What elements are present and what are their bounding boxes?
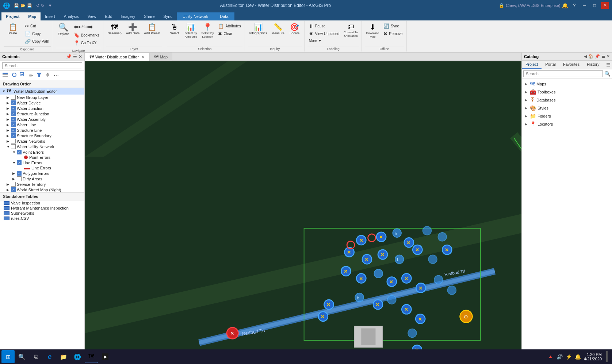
layer-new-group[interactable]: ▶ New Group Layer [0,95,84,100]
table-rules-csv[interactable]: rules.CSV [0,216,84,221]
catalog-folders[interactable]: ▶ 📁 Folders [522,112,612,120]
layer-water-device-check[interactable]: ✓ [11,100,16,105]
layer-water-networks-check[interactable] [11,139,16,143]
minimize-btn[interactable]: ─ [581,2,588,9]
catalog-tab-favorites[interactable]: Favorites [559,61,583,69]
catalog-auto-hide[interactable]: 📌 [595,54,600,59]
layer-line-errors-check[interactable]: ✓ [17,160,22,165]
layer-line-errors-group[interactable]: ▼ ✓ Line Errors [0,160,84,165]
layer-water-line[interactable]: ▶ ✓ Water Line [0,122,84,127]
measure-button[interactable]: 📏 Measure [270,23,286,36]
basemap-button[interactable]: 🗺 Basemap [106,23,123,36]
layer-world-street-map[interactable]: ▶ ✓ World Street Map (Night) [0,187,84,192]
tab-edit[interactable]: Edit [100,12,116,20]
catalog-styles[interactable]: ▶ 🎨 Styles [522,104,612,112]
layer-polygon-errors[interactable]: ▶ ✓ Polygon Errors [0,170,84,176]
layer-dirty-areas-check[interactable] [17,176,22,181]
layer-service-territory-check[interactable] [11,182,16,187]
select-by-loc-button[interactable]: 📍 Select ByLocation [200,23,215,39]
download-map-button[interactable]: ⬇ DownloadMap [365,23,381,39]
layer-water-networks[interactable]: ▶ Water Networks [0,138,84,144]
search-taskbar-btn[interactable]: 🔍 [15,350,28,363]
layer-water-assembly[interactable]: ▶ ✓ Water Assembly [0,116,84,122]
file-explorer-btn[interactable]: 📁 [57,350,70,363]
add-data-button[interactable]: ➕ Add Data [125,23,141,36]
contents-auto-hide[interactable]: 📌 [66,54,72,59]
convert-annotation-button[interactable]: 🏷 Convert ToAnnotation [342,23,359,38]
tab-insert[interactable]: Insert [41,12,60,20]
sync-button[interactable]: 🔄 Sync [382,23,404,30]
cut-button[interactable]: ✂ Cut [23,23,51,30]
catalog-close[interactable]: ✕ [607,54,610,59]
table-hydrant-maintenance[interactable]: Hydrant Maintenance Inspection [0,206,84,211]
catalog-databases[interactable]: ▶ 🗄 Databases [522,96,612,104]
contents-menu[interactable]: ☰ [73,54,77,59]
list-by-editing[interactable]: ✏ [28,72,34,79]
redo-btn[interactable]: ↻ [41,3,44,8]
undo-btn[interactable]: ↺ [36,3,39,8]
snapping-btn[interactable] [44,72,52,79]
catalog-locators[interactable]: ▶ 📍 Locators [522,120,612,128]
layer-service-territory[interactable]: ▶ Service Territory [0,181,84,187]
layer-structure-boundary-check[interactable]: ✓ [11,133,16,138]
list-by-source[interactable] [10,72,18,79]
tab-sync[interactable]: Sync [159,12,177,20]
paste-button[interactable]: 📋 Paste [4,23,22,36]
contents-search-input[interactable] [2,62,82,69]
layer-structure-line-check[interactable]: ✓ [11,128,16,133]
layer-water-utility-network[interactable]: ▼ Water Utility Network [0,144,84,149]
tab-utility-network[interactable]: Utility Network [177,12,214,20]
layer-water-device[interactable]: ▶ ✓ Water Device [0,100,84,106]
attributes-button[interactable]: 📋 Attributes [217,23,242,30]
tab-project[interactable]: Project [1,12,24,20]
layer-water-dist-editor[interactable]: ▼ 🗺 Water Distribution Editor [0,88,84,95]
catalog-options-btn[interactable]: ☰ [605,61,612,69]
copy-path-button[interactable]: 🔗 Copy Path [23,38,51,45]
tab-map[interactable]: Map [24,12,41,20]
title-bar-icon[interactable]: 💾 [14,3,19,8]
start-button[interactable]: ⊞ [1,350,15,363]
explore-button[interactable]: 🔍 Explore [56,23,71,37]
clear-button[interactable]: ✖ Clear [217,30,242,37]
remove-button[interactable]: ✖ Remove [382,30,404,37]
tab-view[interactable]: View [83,12,101,20]
close-water-dist-tab[interactable]: ✕ [142,55,145,59]
layer-world-street-check[interactable]: ✓ [11,187,16,192]
layer-water-utility-check[interactable] [11,144,16,149]
arcgis-btn[interactable]: 🗺 [85,350,98,363]
user-label[interactable]: Chew, (AW ArcGIS Enterprise) [506,3,560,8]
tray-notifications[interactable]: 🔔 [575,354,581,360]
add-preset-button[interactable]: 📋 Add Preset [142,23,162,36]
layer-water-assembly-check[interactable]: ✓ [11,117,16,122]
layer-water-junction[interactable]: ▶ ✓ Water Junction [0,106,84,111]
table-valve-inspection[interactable]: Valve Inspection [0,200,84,206]
layer-new-group-check[interactable] [11,95,16,100]
catalog-search-btn[interactable]: 🔍 [604,71,611,77]
tab-share[interactable]: Share [139,12,159,20]
catalog-tab-history[interactable]: History [583,61,603,69]
chrome-btn[interactable]: 🌐 [71,350,84,363]
maximize-btn[interactable]: □ [591,2,598,9]
locate-button[interactable]: 🎯 Locate [287,23,302,36]
go-to-xy-button[interactable]: 📍 Go To XY [72,39,101,46]
catalog-tab-project[interactable]: Project [522,61,542,69]
nav-arrows[interactable]: ⬅↩↪➡ [72,23,101,31]
title-bar-icon3[interactable]: 💾 [27,3,32,8]
title-bar-icon2[interactable]: 📂 [20,3,26,8]
more-button[interactable]: More ▼ [307,38,341,43]
task-view-btn[interactable]: ⧉ [29,350,42,363]
pause-button[interactable]: ⏸ Pause [307,23,341,30]
more-options-btn[interactable]: ⋯ [53,72,60,79]
show-desktop-btn[interactable] [606,351,608,362]
customize-btn[interactable]: ▼ [48,3,52,8]
tab-data[interactable]: Data [214,12,234,20]
view-unplaced-button[interactable]: 👁 View Unplaced [307,30,341,37]
tab-analysis[interactable]: Analysis [60,12,83,20]
bookmarks-button[interactable]: 🔖 Bookmarks [72,32,101,39]
select-by-attr-button[interactable]: 📊 Select ByAttributes [183,23,199,39]
catalog-toolboxes[interactable]: ▶ 🧰 Toolboxes [522,88,612,96]
catalog-back[interactable]: ◀ [584,54,587,59]
layer-dirty-areas[interactable]: ▶ Dirty Areas [0,176,84,181]
close-btn[interactable]: ✕ [601,2,609,9]
layer-structure-junction-check[interactable]: ✓ [11,111,16,116]
